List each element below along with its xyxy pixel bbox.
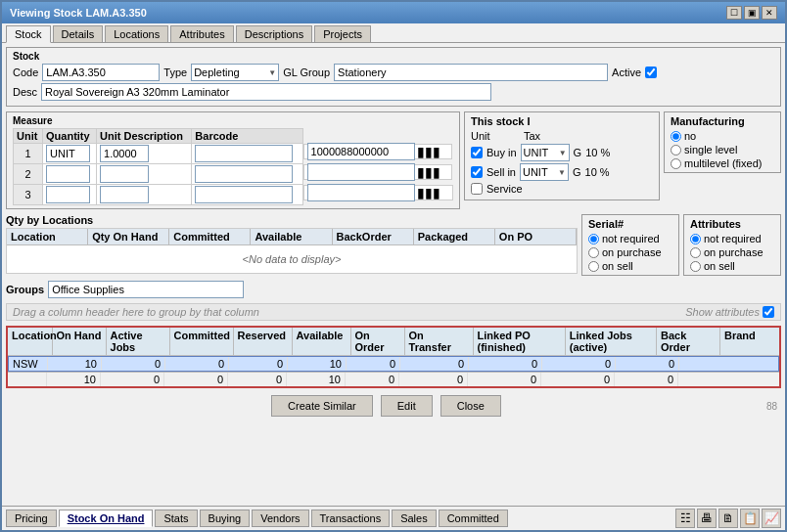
cell-ontransfer: 0 xyxy=(400,357,469,371)
bottom-tab-stats[interactable]: Stats xyxy=(155,510,197,527)
active-checkbox[interactable] xyxy=(645,66,657,78)
service-checkbox[interactable] xyxy=(471,183,483,195)
mfg-no-radio[interactable] xyxy=(671,131,681,142)
title-bar: Viewing Stock LAM.A3.350 ☐ ▣ ✕ xyxy=(2,2,785,23)
cell-committed: 0 xyxy=(165,357,229,371)
icon-print[interactable]: 🖶 xyxy=(697,509,717,528)
total-linkedpo: 0 xyxy=(468,373,541,386)
total-onorder: 0 xyxy=(346,373,399,386)
total-ontransfer: 0 xyxy=(399,373,468,386)
buttons-area: Create Similar Edit Close xyxy=(6,391,766,421)
icon-paste[interactable]: 📋 xyxy=(740,509,760,528)
col-activejobs-header: Active Jobs xyxy=(107,328,170,355)
row1-unitdesc[interactable] xyxy=(195,145,293,162)
bottom-tab-buying[interactable]: Buying xyxy=(200,510,251,527)
gl-group-field[interactable] xyxy=(334,64,608,81)
type-dropdown-arrow: ▼ xyxy=(268,68,276,77)
attr-not-required-label: not required xyxy=(704,233,762,244)
bottom-tab-stockonhand[interactable]: Stock On Hand xyxy=(59,510,154,527)
attr-not-required-radio[interactable] xyxy=(690,234,701,244)
serial-on-sell-label: on sell xyxy=(602,260,633,272)
cell-available: 10 xyxy=(288,357,347,371)
bottom-tab-committed[interactable]: Committed xyxy=(439,510,508,527)
buttons-row: Create Similar Edit Close 88 xyxy=(6,391,781,421)
bottom-tab-pricing[interactable]: Pricing xyxy=(6,510,57,527)
total-backorder: 0 xyxy=(615,373,678,386)
measure-table: Unit Quantity Unit Description Barcode 1 xyxy=(13,128,453,205)
measure-row-1: 1 ▮▮▮ xyxy=(14,144,453,164)
row2-unit[interactable] xyxy=(46,165,90,183)
barcode-icon-1: ▮▮▮ xyxy=(417,144,440,159)
this-stock-label: This stock I xyxy=(471,115,653,127)
manufacturing-options: no single level multilevel (fixed) xyxy=(671,130,774,169)
close-button[interactable]: ✕ xyxy=(762,6,777,20)
sell-in-arrow: ▼ xyxy=(558,168,566,177)
cell-brand xyxy=(679,357,738,371)
sell-in-checkbox[interactable] xyxy=(471,166,483,178)
mfg-multi-radio[interactable] xyxy=(671,158,681,169)
edit-button[interactable]: Edit xyxy=(381,395,433,417)
buy-in-checkbox[interactable] xyxy=(471,147,483,158)
create-similar-button[interactable]: Create Similar xyxy=(271,395,373,417)
sell-in-unit-dropdown[interactable]: UNIT ▼ xyxy=(520,163,569,181)
tab-details[interactable]: Details xyxy=(53,25,104,42)
attr-on-sell-label: on sell xyxy=(704,260,735,272)
col-onhand-header: On Hand xyxy=(53,328,107,355)
top-tabs: Stock Details Locations Attributes Descr… xyxy=(2,23,785,43)
qty-col-available: Available xyxy=(251,229,332,244)
barcode-icon-2: ▮▮▮ xyxy=(417,164,440,180)
buy-in-unit-dropdown[interactable]: UNIT ▼ xyxy=(521,144,570,161)
serial-on-purchase-radio[interactable] xyxy=(588,247,599,258)
col-qty-header: Quantity xyxy=(43,129,97,144)
code-field[interactable] xyxy=(42,64,160,81)
mfg-single-radio[interactable] xyxy=(671,145,681,155)
attr-on-sell-radio[interactable] xyxy=(690,261,701,272)
tab-descriptions[interactable]: Descriptions xyxy=(236,25,313,42)
row1-barcode[interactable] xyxy=(307,143,415,160)
bottom-tab-transactions[interactable]: Transactions xyxy=(311,510,391,527)
minimize-button[interactable]: ☐ xyxy=(726,6,742,20)
row3-barcode[interactable] xyxy=(307,184,415,201)
show-attributes-checkbox[interactable] xyxy=(763,306,774,318)
serial-on-sell-radio[interactable] xyxy=(588,261,599,272)
col-ontransfer-header: On Transfer xyxy=(405,328,474,355)
main-content: Stock Code Type Depleting ▼ GL Group Act… xyxy=(2,43,785,506)
qty-col-packaged: Packaged xyxy=(414,229,495,244)
total-onhand: 10 xyxy=(47,373,101,386)
close-button-main[interactable]: Close xyxy=(440,395,501,417)
tab-stock[interactable]: Stock xyxy=(6,25,51,43)
bottom-tab-sales[interactable]: Sales xyxy=(392,510,437,527)
cell-onhand: 10 xyxy=(48,357,102,371)
col-barcode-header: Barcode xyxy=(192,129,302,144)
total-linkedjobs: 0 xyxy=(541,373,615,386)
desc-field[interactable] xyxy=(41,83,491,101)
type-dropdown[interactable]: Depleting ▼ xyxy=(191,64,279,81)
grid-data-row[interactable]: NSW 10 0 0 0 10 0 0 0 0 0 xyxy=(8,356,779,372)
qty-no-data: <No data to display> xyxy=(7,245,577,273)
serial-not-required-radio[interactable] xyxy=(588,234,599,244)
drag-bar: Drag a column header here to group by th… xyxy=(6,303,781,321)
qty-grid-header: Location Qty On Hand Committed Available… xyxy=(7,229,577,245)
cell-linkedjobs: 0 xyxy=(542,357,616,371)
tab-attributes[interactable]: Attributes xyxy=(170,25,233,42)
qty-col-backorder: BackOrder xyxy=(333,229,414,244)
row3-unitdesc[interactable] xyxy=(195,186,293,203)
row3-unit[interactable] xyxy=(46,186,90,203)
icon-grid[interactable]: ☷ xyxy=(675,509,695,528)
row1-unit[interactable] xyxy=(46,145,90,162)
icon-chart[interactable]: 📈 xyxy=(762,509,781,528)
attr-on-purchase-radio[interactable] xyxy=(690,247,701,258)
grid-header-row: Location On Hand Active Jobs Committed R… xyxy=(8,328,779,356)
show-attributes-row: Show attributes xyxy=(685,306,774,318)
type-label: Type xyxy=(163,66,187,78)
restore-button[interactable]: ▣ xyxy=(744,6,760,20)
row2-unitdesc[interactable] xyxy=(195,165,293,183)
measure-row-2: 2 ▮▮▮ xyxy=(14,164,453,185)
tab-locations[interactable]: Locations xyxy=(105,25,168,42)
icon-copy[interactable]: 🗎 xyxy=(718,509,738,528)
bottom-tab-vendors[interactable]: Vendors xyxy=(252,510,308,527)
tab-projects[interactable]: Projects xyxy=(314,25,371,42)
row2-barcode[interactable] xyxy=(307,163,415,181)
active-label: Active xyxy=(612,66,641,78)
groups-field[interactable] xyxy=(48,281,244,298)
